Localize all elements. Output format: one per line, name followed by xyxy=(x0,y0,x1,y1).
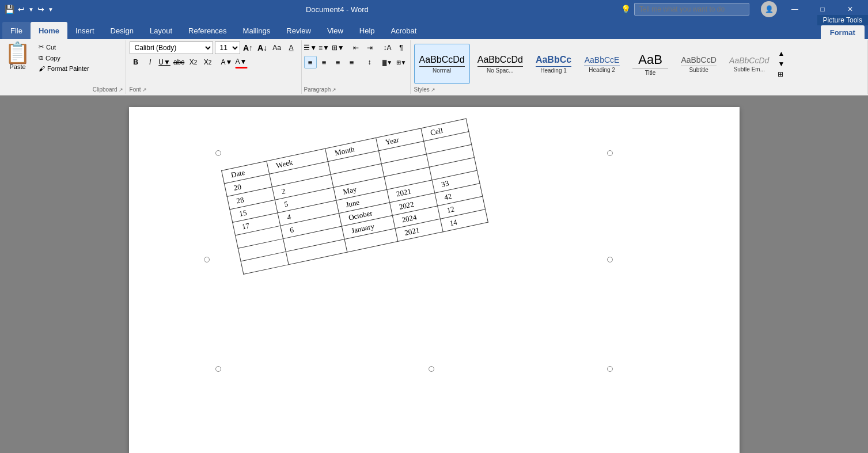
title-bar-left-controls[interactable]: 💾 ↩ ▼ ↪ ▼ xyxy=(5,5,54,14)
tab-insert[interactable]: Insert xyxy=(67,22,103,39)
style-normal-preview: AaBbCcDd xyxy=(419,54,465,66)
undo-icon[interactable]: ↩ xyxy=(18,5,25,14)
document-page: Date Week Month Year Cell 20 xyxy=(129,107,740,453)
style-heading2[interactable]: AaBbCcE Heading 2 xyxy=(579,44,625,84)
style-subtle-em[interactable]: AaBbCcDd Subtle Em... xyxy=(724,44,774,84)
style-heading2-label: Heading 2 xyxy=(584,66,620,73)
style-subtitle[interactable]: AaBbCcD Subtitle xyxy=(676,44,722,84)
minimize-button[interactable]: — xyxy=(782,0,808,18)
handle-bottom-right[interactable] xyxy=(607,366,613,372)
window-title: Document4 - Word xyxy=(54,5,621,14)
styles-down-button[interactable]: ▼ xyxy=(778,60,784,68)
cut-button[interactable]: ✂ Cut xyxy=(35,41,93,52)
bold-button[interactable]: B xyxy=(130,56,142,68)
grow-font-button[interactable]: A↑ xyxy=(242,41,255,54)
borders-button[interactable]: ⊞▼ xyxy=(395,56,408,68)
document-table: Date Week Month Year Cell 20 xyxy=(221,119,488,275)
font-name-select[interactable]: Calibri (Body) xyxy=(130,41,213,54)
justify-button[interactable]: ≡ xyxy=(346,56,358,68)
handle-top-right[interactable] xyxy=(607,150,613,156)
cut-icon: ✂ xyxy=(39,43,44,51)
shrink-font-button[interactable]: A↓ xyxy=(256,41,269,54)
font-row-1: Calibri (Body) 11 A↑ A↓ Aa A xyxy=(130,41,298,54)
tab-design[interactable]: Design xyxy=(103,22,142,39)
numbering-button[interactable]: ≡▼ xyxy=(318,41,331,54)
copy-button[interactable]: ⧉ Copy xyxy=(35,52,93,63)
paste-button[interactable]: 📋 Paste xyxy=(2,41,33,71)
increase-indent-button[interactable]: ⇥ xyxy=(363,41,376,54)
line-spacing-button[interactable]: ↕ xyxy=(363,56,376,68)
tab-layout[interactable]: Layout xyxy=(142,22,180,39)
handle-bottom-center[interactable] xyxy=(429,366,434,372)
superscript-button[interactable]: X2 xyxy=(202,56,214,68)
underline-button[interactable]: U▼ xyxy=(158,56,171,68)
align-left-button[interactable]: ≡ xyxy=(304,56,317,68)
ribbon: 📋 Paste ✂ Cut ⧉ Copy 🖌 Format Painter Cl… xyxy=(0,39,868,96)
style-heading2-preview: AaBbCcE xyxy=(585,55,620,65)
undo-dropdown-icon[interactable]: ▼ xyxy=(28,6,34,13)
handle-top-left[interactable] xyxy=(215,150,221,156)
tab-references[interactable]: References xyxy=(180,22,234,39)
multilevel-button[interactable]: ⊞▼ xyxy=(332,41,344,54)
paragraph-expand-icon[interactable]: ↗ xyxy=(332,87,336,93)
redo-icon[interactable]: ↪ xyxy=(37,5,44,14)
tab-acrobat[interactable]: Acrobat xyxy=(383,22,425,39)
para-row-2: ≡ ≡ ≡ ≡ ↕ ▓▼ ⊞▼ xyxy=(304,56,408,68)
save-icon[interactable]: 💾 xyxy=(5,5,14,14)
italic-button[interactable]: I xyxy=(144,56,157,68)
style-subtle-em-label: Subtle Em... xyxy=(729,66,769,73)
tell-me-input[interactable] xyxy=(634,3,749,16)
styles-more-button[interactable]: ⊞ xyxy=(778,70,784,78)
paragraph-group: ☰▼ ≡▼ ⊞▼ ⇤ ⇥ ↕A ¶ ≡ ≡ ≡ ≡ ↕ ▓▼ ⊞▼ Paragr… xyxy=(302,40,411,94)
picture-tools-label: Picture Tools xyxy=(817,15,868,25)
styles-scroll[interactable]: ▲ ▼ ⊞ xyxy=(778,50,784,78)
highlight-color-button[interactable]: A▼ xyxy=(221,56,233,68)
font-color-button[interactable]: A▼ xyxy=(235,56,248,68)
subscript-button[interactable]: X2 xyxy=(187,56,200,68)
styles-group: AaBbCcDd Normal AaBbCcDd No Spac... AaBb… xyxy=(411,40,868,94)
style-no-spacing-label: No Spac... xyxy=(477,66,523,74)
show-formatting-button[interactable]: ¶ xyxy=(395,41,408,54)
style-normal[interactable]: AaBbCcDd Normal xyxy=(414,44,470,84)
style-no-spacing[interactable]: AaBbCcDd No Spac... xyxy=(472,44,528,84)
tab-help[interactable]: Help xyxy=(351,22,383,39)
decrease-indent-button[interactable]: ⇤ xyxy=(350,41,362,54)
font-size-select[interactable]: 11 xyxy=(215,41,240,54)
clipboard-expand-icon[interactable]: ↗ xyxy=(119,87,123,93)
tell-me-area[interactable]: 💡 xyxy=(621,3,749,16)
tab-review[interactable]: Review xyxy=(278,22,319,39)
tab-home[interactable]: Home xyxy=(31,22,67,39)
handle-bottom-left[interactable] xyxy=(215,366,221,372)
shading-button[interactable]: ▓▼ xyxy=(381,56,394,68)
align-center-button[interactable]: ≡ xyxy=(318,56,331,68)
styles-expand-icon[interactable]: ↗ xyxy=(431,87,435,93)
handle-middle-right[interactable] xyxy=(607,257,613,262)
lightbulb-icon: 💡 xyxy=(621,5,631,14)
tab-format[interactable]: Format xyxy=(821,25,865,39)
font-expand-icon[interactable]: ↗ xyxy=(142,87,147,93)
sort-button[interactable]: ↕A xyxy=(381,41,394,54)
handle-middle-left[interactable] xyxy=(204,257,210,262)
user-avatar[interactable]: 👤 xyxy=(761,1,777,17)
style-title[interactable]: AaB Title xyxy=(627,44,673,84)
bullets-button[interactable]: ☰▼ xyxy=(304,41,317,54)
style-subtitle-label: Subtitle xyxy=(681,66,717,73)
styles-up-button[interactable]: ▲ xyxy=(778,50,784,58)
style-heading1-preview: AaBbCc xyxy=(536,54,571,66)
format-painter-button[interactable]: 🖌 Format Painter xyxy=(35,63,93,74)
tab-mailings[interactable]: Mailings xyxy=(235,22,279,39)
tab-view[interactable]: View xyxy=(319,22,351,39)
tab-file[interactable]: File xyxy=(2,22,31,39)
strikethrough-button[interactable]: abc xyxy=(173,56,185,68)
rotated-table-wrapper: Date Week Month Year Cell 20 xyxy=(221,119,488,275)
font-row-2: B I U▼ abc X2 X2 A▼ A▼ xyxy=(130,56,298,68)
clear-formatting-button[interactable]: A xyxy=(285,41,298,54)
change-case-button[interactable]: Aa xyxy=(271,41,283,54)
font-group: Calibri (Body) 11 A↑ A↓ Aa A B I U▼ abc … xyxy=(126,40,302,94)
copy-icon: ⧉ xyxy=(39,54,43,62)
font-group-label: Font ↗ xyxy=(130,86,298,93)
style-heading1[interactable]: AaBbCc Heading 1 xyxy=(530,44,577,84)
customize-qat-icon[interactable]: ▼ xyxy=(48,6,54,13)
align-right-button[interactable]: ≡ xyxy=(332,56,344,68)
table-container[interactable]: Date Week Month Year Cell 20 xyxy=(198,142,630,372)
